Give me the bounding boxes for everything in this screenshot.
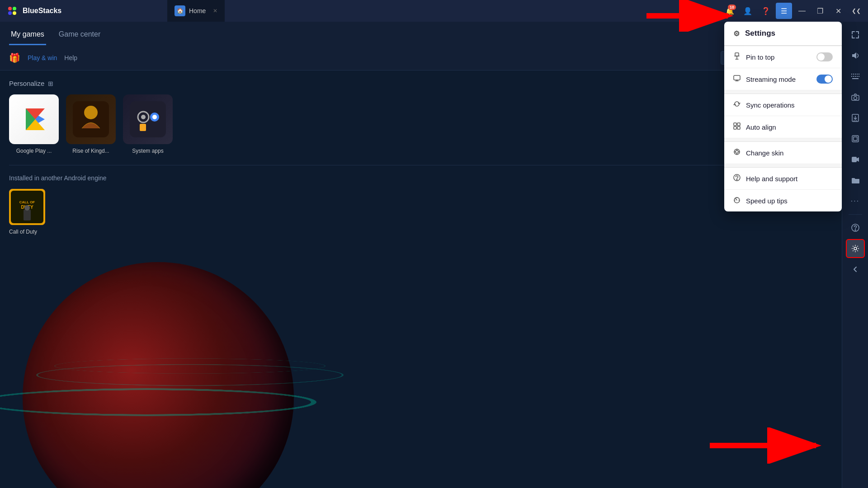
apk-icon: APK xyxy=(852,114,859,122)
menu-item-speed-up[interactable]: Speed up tips xyxy=(724,190,842,211)
change-skin-label: Change skin xyxy=(746,149,833,157)
games-grid: Google Play ... Rise of Kingd... xyxy=(9,94,833,154)
google-play-name: Google Play ... xyxy=(16,148,52,154)
streaming-mode-toggle[interactable] xyxy=(816,75,833,84)
sidebar-camera-button[interactable] xyxy=(846,88,865,107)
sidebar-folder-button[interactable] xyxy=(846,171,865,190)
sidebar-keyboard-button[interactable] xyxy=(846,67,865,86)
menu-item-auto-align[interactable]: Auto align xyxy=(724,116,842,138)
volume-icon xyxy=(851,52,859,60)
back-icon xyxy=(852,266,859,273)
sidebar-record-button[interactable] xyxy=(846,150,865,169)
svg-point-23 xyxy=(24,205,30,211)
svg-rect-31 xyxy=(855,76,856,77)
svg-rect-41 xyxy=(852,157,857,162)
notification-button[interactable]: 🔔 10 xyxy=(722,3,738,19)
collapse-button[interactable]: ❮❮ xyxy=(848,3,864,19)
play-win-link[interactable]: Play & win xyxy=(28,54,57,61)
window-controls: 🔔 10 👤 ❓ ☰ — ❐ ✕ ❮❮ xyxy=(722,3,868,19)
svg-rect-39 xyxy=(852,136,859,142)
gift-icon: 🎁 xyxy=(9,52,20,63)
settings-menu-icon: ⚙ xyxy=(733,29,740,38)
svg-rect-28 xyxy=(859,74,859,75)
pin-to-top-label: Pin to top xyxy=(746,53,811,61)
tab-close[interactable]: ✕ xyxy=(213,8,217,14)
sidebar-screenshot-button[interactable] xyxy=(846,129,865,148)
menu-item-pin-to-top[interactable]: Pin to top xyxy=(724,46,842,68)
game-item-cod[interactable]: CALL OF DUTY Call of Duty xyxy=(9,189,833,235)
minimize-button[interactable]: — xyxy=(794,3,810,19)
game-item-google-play[interactable]: Google Play ... xyxy=(9,94,59,154)
titlebar: BlueStacks 🏠 Home ✕ 🔔 10 👤 ❓ ☰ — ❐ ✕ ❮❮ xyxy=(0,0,868,22)
game-item-system[interactable]: System apps xyxy=(123,94,173,154)
svg-rect-47 xyxy=(734,123,736,126)
home-tab-label: Home xyxy=(189,7,206,14)
align-icon xyxy=(733,122,741,131)
sidebar-expand-button[interactable] xyxy=(846,25,865,44)
svg-point-4 xyxy=(8,11,12,15)
folder-icon xyxy=(851,177,859,184)
home-tab[interactable]: 🏠 Home ✕ xyxy=(167,0,225,22)
help-button[interactable]: ❓ xyxy=(758,3,774,19)
svg-point-36 xyxy=(854,97,857,100)
more-icon: ··· xyxy=(851,197,859,205)
svg-point-43 xyxy=(855,230,856,230)
speed-up-icon xyxy=(733,196,741,205)
svg-rect-30 xyxy=(853,76,854,77)
auto-align-label: Auto align xyxy=(746,123,833,131)
menu-item-sync[interactable]: Sync operations xyxy=(724,94,842,116)
notification-badge: 10 xyxy=(728,5,736,10)
sidebar-apk-button[interactable]: APK xyxy=(846,108,865,127)
svg-rect-17 xyxy=(140,124,146,131)
sync-operations-label: Sync operations xyxy=(746,101,833,109)
menu-item-streaming[interactable]: Streaming mode xyxy=(724,68,842,90)
keyboard-icon xyxy=(851,74,859,79)
menu-item-change-skin[interactable]: Change skin xyxy=(724,142,842,164)
profile-button[interactable]: 👤 xyxy=(740,3,756,19)
personalize-label: Personalize ⊞ xyxy=(9,80,833,87)
help-support-icon xyxy=(733,174,741,183)
planet-ring xyxy=(0,388,316,416)
svg-rect-49 xyxy=(734,127,736,129)
tab-game-center[interactable]: Game center xyxy=(57,25,102,45)
close-button[interactable]: ✕ xyxy=(830,3,846,19)
svg-point-44 xyxy=(854,247,857,250)
background-scene xyxy=(0,196,842,488)
menu-separator-3 xyxy=(724,164,842,168)
tab-my-games[interactable]: My games xyxy=(9,25,46,45)
record-icon xyxy=(851,156,859,163)
sidebar-divider xyxy=(849,214,862,215)
action-bar: 🎁 Play & win Help 🔍 xyxy=(0,45,842,70)
sync-icon xyxy=(733,100,741,109)
svg-rect-24 xyxy=(851,74,852,75)
sidebar-help-button[interactable] xyxy=(846,218,865,237)
installed-label: Installed in another Android engine xyxy=(9,174,833,182)
svg-rect-45 xyxy=(735,53,739,56)
logo-area: BlueStacks xyxy=(0,4,167,18)
svg-point-5 xyxy=(13,11,16,15)
menu-separator-1 xyxy=(724,90,842,94)
sidebar-settings-button[interactable]: stroke-linecap="round" xyxy=(846,239,865,258)
svg-point-11 xyxy=(84,106,98,119)
svg-point-2 xyxy=(8,7,12,10)
sidebar-volume-button[interactable] xyxy=(846,46,865,65)
svg-point-14 xyxy=(141,115,146,119)
sidebar-more-button[interactable]: ··· xyxy=(846,192,865,211)
app-name: BlueStacks xyxy=(23,7,61,15)
pin-to-top-toggle[interactable] xyxy=(816,52,833,61)
menu-item-help[interactable]: Help and support xyxy=(724,168,842,190)
skin-icon xyxy=(733,148,741,157)
sidebar-back-button[interactable] xyxy=(846,260,865,279)
toggle-knob xyxy=(817,53,825,61)
svg-rect-34 xyxy=(852,78,859,79)
menu-item-settings[interactable]: ⚙ Settings xyxy=(724,22,842,46)
svg-rect-29 xyxy=(851,76,852,77)
rise-name: Rise of Kingd... xyxy=(72,148,109,154)
ring-2 xyxy=(36,364,344,386)
streaming-mode-label: Streaming mode xyxy=(746,75,811,83)
grid-icon[interactable]: ⊞ xyxy=(48,80,53,87)
dropdown-menu: ⚙ Settings Pin to top Streaming mode xyxy=(724,22,842,211)
maximize-button[interactable]: ❐ xyxy=(812,3,828,19)
game-item-rise[interactable]: Rise of Kingd... xyxy=(66,94,116,154)
hamburger-menu-button[interactable]: ☰ xyxy=(776,3,792,19)
